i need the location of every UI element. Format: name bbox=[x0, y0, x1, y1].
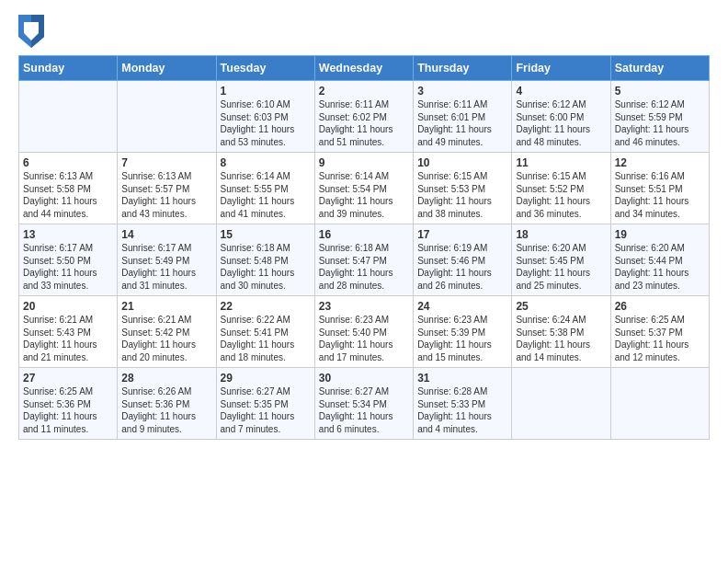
day-number: 3 bbox=[417, 85, 507, 98]
cell-content: Sunrise: 6:26 AMSunset: 5:36 PMDaylight:… bbox=[121, 385, 211, 435]
calendar-cell: 10Sunrise: 6:15 AMSunset: 5:53 PMDayligh… bbox=[414, 153, 512, 224]
calendar-cell: 1Sunrise: 6:10 AMSunset: 6:03 PMDaylight… bbox=[216, 81, 314, 153]
day-number: 31 bbox=[417, 372, 507, 385]
day-number: 11 bbox=[516, 156, 606, 169]
cell-content: Sunrise: 6:25 AMSunset: 5:37 PMDaylight:… bbox=[615, 314, 705, 363]
page: SundayMondayTuesdayWednesdayThursdayFrid… bbox=[0, 0, 728, 563]
calendar-cell: 20Sunrise: 6:21 AMSunset: 5:43 PMDayligh… bbox=[19, 296, 118, 368]
cell-content: Sunrise: 6:10 AMSunset: 6:03 PMDaylight:… bbox=[221, 98, 311, 148]
day-number: 14 bbox=[121, 228, 211, 241]
logo-icon bbox=[18, 15, 44, 48]
calendar-cell: 7Sunrise: 6:13 AMSunset: 5:57 PMDaylight… bbox=[118, 153, 216, 224]
day-number: 4 bbox=[516, 85, 606, 98]
calendar-cell: 23Sunrise: 6:23 AMSunset: 5:40 PMDayligh… bbox=[314, 296, 413, 368]
calendar-cell bbox=[512, 368, 610, 440]
cell-content: Sunrise: 6:19 AMSunset: 5:46 PMDaylight:… bbox=[417, 242, 507, 292]
calendar-cell: 25Sunrise: 6:24 AMSunset: 5:38 PMDayligh… bbox=[512, 296, 610, 368]
day-number: 16 bbox=[319, 228, 409, 241]
day-header-sunday: Sunday bbox=[19, 56, 118, 81]
cell-content: Sunrise: 6:18 AMSunset: 5:48 PMDaylight:… bbox=[221, 242, 311, 292]
day-number: 17 bbox=[417, 228, 507, 241]
cell-content: Sunrise: 6:21 AMSunset: 5:42 PMDaylight:… bbox=[121, 314, 211, 363]
calendar-cell: 28Sunrise: 6:26 AMSunset: 5:36 PMDayligh… bbox=[118, 368, 216, 440]
cell-content: Sunrise: 6:11 AMSunset: 6:02 PMDaylight:… bbox=[319, 98, 409, 148]
cell-content: Sunrise: 6:25 AMSunset: 5:36 PMDaylight:… bbox=[23, 385, 113, 435]
day-number: 15 bbox=[221, 228, 311, 241]
cell-content: Sunrise: 6:14 AMSunset: 5:55 PMDaylight:… bbox=[221, 170, 311, 220]
day-header-thursday: Thursday bbox=[414, 56, 512, 81]
calendar-cell: 24Sunrise: 6:23 AMSunset: 5:39 PMDayligh… bbox=[414, 296, 512, 368]
calendar-table: SundayMondayTuesdayWednesdayThursdayFrid… bbox=[18, 55, 710, 440]
cell-content: Sunrise: 6:23 AMSunset: 5:39 PMDaylight:… bbox=[417, 314, 507, 363]
cell-content: Sunrise: 6:13 AMSunset: 5:57 PMDaylight:… bbox=[121, 170, 211, 220]
day-number: 21 bbox=[121, 300, 211, 313]
calendar-cell: 26Sunrise: 6:25 AMSunset: 5:37 PMDayligh… bbox=[610, 296, 709, 368]
header bbox=[18, 15, 710, 48]
day-number: 24 bbox=[417, 300, 507, 313]
calendar-cell: 5Sunrise: 6:12 AMSunset: 5:59 PMDaylight… bbox=[610, 81, 709, 153]
day-number: 6 bbox=[23, 156, 113, 169]
calendar-cell: 9Sunrise: 6:14 AMSunset: 5:54 PMDaylight… bbox=[314, 153, 413, 224]
cell-content: Sunrise: 6:11 AMSunset: 6:01 PMDaylight:… bbox=[417, 98, 507, 148]
cell-content: Sunrise: 6:15 AMSunset: 5:53 PMDaylight:… bbox=[417, 170, 507, 220]
day-header-monday: Monday bbox=[118, 56, 216, 81]
day-number: 10 bbox=[417, 156, 507, 169]
day-number: 20 bbox=[23, 300, 113, 313]
calendar-cell bbox=[610, 368, 709, 440]
calendar-cell: 22Sunrise: 6:22 AMSunset: 5:41 PMDayligh… bbox=[216, 296, 314, 368]
day-number: 5 bbox=[615, 85, 705, 98]
calendar-cell: 2Sunrise: 6:11 AMSunset: 6:02 PMDaylight… bbox=[314, 81, 413, 153]
cell-content: Sunrise: 6:20 AMSunset: 5:44 PMDaylight:… bbox=[615, 242, 705, 292]
calendar-cell: 13Sunrise: 6:17 AMSunset: 5:50 PMDayligh… bbox=[19, 224, 118, 296]
calendar-cell: 30Sunrise: 6:27 AMSunset: 5:34 PMDayligh… bbox=[314, 368, 413, 440]
calendar-cell: 6Sunrise: 6:13 AMSunset: 5:58 PMDaylight… bbox=[19, 153, 118, 224]
day-number: 8 bbox=[221, 156, 311, 169]
day-number: 25 bbox=[516, 300, 606, 313]
day-number: 22 bbox=[221, 300, 311, 313]
day-header-friday: Friday bbox=[512, 56, 610, 81]
calendar-cell: 19Sunrise: 6:20 AMSunset: 5:44 PMDayligh… bbox=[610, 224, 709, 296]
cell-content: Sunrise: 6:18 AMSunset: 5:47 PMDaylight:… bbox=[319, 242, 409, 292]
calendar-cell: 3Sunrise: 6:11 AMSunset: 6:01 PMDaylight… bbox=[414, 81, 512, 153]
cell-content: Sunrise: 6:13 AMSunset: 5:58 PMDaylight:… bbox=[23, 170, 113, 220]
cell-content: Sunrise: 6:16 AMSunset: 5:51 PMDaylight:… bbox=[615, 170, 705, 220]
day-number: 18 bbox=[516, 228, 606, 241]
calendar-cell: 14Sunrise: 6:17 AMSunset: 5:49 PMDayligh… bbox=[118, 224, 216, 296]
cell-content: Sunrise: 6:27 AMSunset: 5:34 PMDaylight:… bbox=[319, 385, 409, 435]
calendar-cell: 31Sunrise: 6:28 AMSunset: 5:33 PMDayligh… bbox=[414, 368, 512, 440]
header-row: SundayMondayTuesdayWednesdayThursdayFrid… bbox=[19, 56, 710, 81]
cell-content: Sunrise: 6:28 AMSunset: 5:33 PMDaylight:… bbox=[417, 385, 507, 435]
day-number: 29 bbox=[221, 372, 311, 385]
calendar-cell: 8Sunrise: 6:14 AMSunset: 5:55 PMDaylight… bbox=[216, 153, 314, 224]
cell-content: Sunrise: 6:14 AMSunset: 5:54 PMDaylight:… bbox=[319, 170, 409, 220]
cell-content: Sunrise: 6:23 AMSunset: 5:40 PMDaylight:… bbox=[319, 314, 409, 363]
day-number: 19 bbox=[615, 228, 705, 241]
calendar-week-3: 13Sunrise: 6:17 AMSunset: 5:50 PMDayligh… bbox=[19, 224, 710, 296]
calendar-cell bbox=[118, 81, 216, 153]
calendar-cell: 15Sunrise: 6:18 AMSunset: 5:48 PMDayligh… bbox=[216, 224, 314, 296]
day-number: 7 bbox=[121, 156, 211, 169]
cell-content: Sunrise: 6:15 AMSunset: 5:52 PMDaylight:… bbox=[516, 170, 606, 220]
calendar-cell: 18Sunrise: 6:20 AMSunset: 5:45 PMDayligh… bbox=[512, 224, 610, 296]
calendar-cell: 12Sunrise: 6:16 AMSunset: 5:51 PMDayligh… bbox=[610, 153, 709, 224]
calendar-week-5: 27Sunrise: 6:25 AMSunset: 5:36 PMDayligh… bbox=[19, 368, 710, 440]
day-number: 9 bbox=[319, 156, 409, 169]
calendar-week-4: 20Sunrise: 6:21 AMSunset: 5:43 PMDayligh… bbox=[19, 296, 710, 368]
day-number: 27 bbox=[23, 372, 113, 385]
calendar-cell: 11Sunrise: 6:15 AMSunset: 5:52 PMDayligh… bbox=[512, 153, 610, 224]
calendar-cell: 17Sunrise: 6:19 AMSunset: 5:46 PMDayligh… bbox=[414, 224, 512, 296]
cell-content: Sunrise: 6:20 AMSunset: 5:45 PMDaylight:… bbox=[516, 242, 606, 292]
cell-content: Sunrise: 6:17 AMSunset: 5:49 PMDaylight:… bbox=[121, 242, 211, 292]
day-number: 30 bbox=[319, 372, 409, 385]
day-number: 28 bbox=[121, 372, 211, 385]
cell-content: Sunrise: 6:22 AMSunset: 5:41 PMDaylight:… bbox=[221, 314, 311, 363]
day-header-saturday: Saturday bbox=[610, 56, 709, 81]
day-number: 1 bbox=[221, 85, 311, 98]
cell-content: Sunrise: 6:21 AMSunset: 5:43 PMDaylight:… bbox=[23, 314, 113, 363]
cell-content: Sunrise: 6:24 AMSunset: 5:38 PMDaylight:… bbox=[516, 314, 606, 363]
calendar-cell: 4Sunrise: 6:12 AMSunset: 6:00 PMDaylight… bbox=[512, 81, 610, 153]
calendar-cell: 16Sunrise: 6:18 AMSunset: 5:47 PMDayligh… bbox=[314, 224, 413, 296]
calendar-cell: 27Sunrise: 6:25 AMSunset: 5:36 PMDayligh… bbox=[19, 368, 118, 440]
day-number: 23 bbox=[319, 300, 409, 313]
cell-content: Sunrise: 6:17 AMSunset: 5:50 PMDaylight:… bbox=[23, 242, 113, 292]
